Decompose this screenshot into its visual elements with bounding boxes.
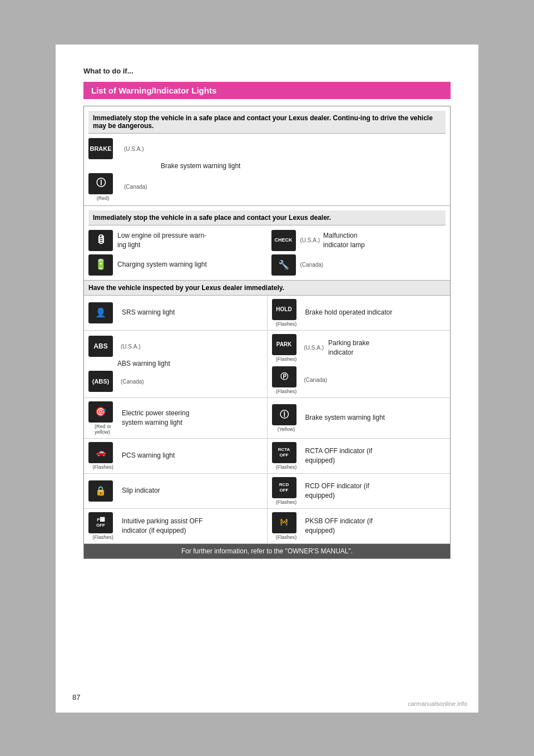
brake-icon-box: BRAKE [88, 138, 113, 159]
park-canada-row: Ⓟ (Flashes) (Canada) [272, 366, 370, 394]
park-canada-icon: Ⓟ [272, 366, 296, 387]
stop-left-items: 🛢 Low engine oil pressure warn-ing light… [88, 230, 263, 276]
pcs-icon: 🚗 [88, 442, 113, 463]
pcs-cell: 🚗 (Flashes) PCS warning light [84, 439, 268, 473]
brake-bottom-row: Ⓘ (Red) (Canada) [88, 173, 446, 201]
park-icon: PARK [272, 334, 296, 355]
steering-sub: (Red oryellow) [95, 424, 111, 435]
abs-icon-wrap: ABS [88, 336, 117, 357]
page-number: 87 [72, 693, 80, 701]
brake-yellow-icon: Ⓘ [272, 404, 296, 425]
parking-cell: P🅿OFF (Flashes) Intuitive parking assist… [84, 509, 268, 543]
park-col: PARK (Flashes) (U.S.A.) Parking brakeind… [272, 334, 370, 394]
row-srs-hold: 👤 SRS warning light HOLD (Flashes) Brake… [84, 296, 450, 331]
pksb-icon: 🚧 [272, 512, 296, 533]
hold-icon: HOLD [272, 299, 296, 320]
row-pcs-rcta: 🚗 (Flashes) PCS warning light RCTAOFF (F… [84, 439, 450, 474]
row-steering-brake: 🎯 (Red oryellow) Electric power steering… [84, 398, 450, 439]
stop-dealer-header: Immediately stop the vehicle in a safe p… [88, 111, 446, 134]
brake-yellow-sub: (Yellow) [278, 426, 295, 432]
srs-icon-wrap: 👤 [88, 302, 117, 323]
section-stop-contact: Immediately stop the vehicle in a safe p… [84, 206, 450, 281]
slip-icon-wrap: 🔒 [88, 480, 117, 502]
srs-desc: SRS warning light [122, 308, 175, 317]
brake-usa-label: (U.S.A.) [124, 146, 144, 152]
abs-usa-label: (U.S.A.) [121, 343, 141, 350]
row-abs-park: ABS (U.S.A.) ABS warning light (ABS) (Ca… [84, 331, 450, 398]
pksb-desc: PKSB OFF indicator (ifequipped) [305, 517, 373, 536]
brake-canada-symbol: Ⓘ [96, 178, 106, 189]
section-title: What to do if... [83, 67, 451, 75]
slip-icon: 🔒 [88, 480, 113, 502]
check-usa-icon: CHECK [271, 230, 296, 251]
stop-contact-right: CHECK (U.S.A.) Malfunctionindicator lamp… [269, 230, 446, 276]
stop-right-items: CHECK (U.S.A.) Malfunctionindicator lamp… [271, 230, 446, 276]
check-canada-item: 🔧 (Canada) [271, 254, 446, 276]
rcd-sub: (Flashes) [276, 499, 297, 505]
abs-col: ABS (U.S.A.) ABS warning light (ABS) (Ca… [88, 336, 170, 392]
park-usa-row: PARK (Flashes) (U.S.A.) Parking brakeind… [272, 334, 370, 362]
section-inspected: Have the vehicle inspected by your Lexus… [84, 281, 450, 558]
abs-canada-row: (ABS) (Canada) [88, 371, 170, 392]
park-canada-icon-wrap: Ⓟ (Flashes) [272, 366, 301, 394]
park-canada-label: (Canada) [304, 377, 328, 383]
oil-icon: 🛢 [88, 230, 113, 251]
oil-item: 🛢 Low engine oil pressure warn-ing light [88, 230, 263, 251]
rcd-cell: RCDOFF (Flashes) RCD OFF indicator (ifeq… [268, 474, 451, 508]
abs-desc: ABS warning light [117, 359, 170, 369]
abs-icon: ABS [88, 336, 113, 357]
rcta-icon-wrap: RCTAOFF (Flashes) [272, 442, 301, 470]
watermark: carmanualsonline.info [408, 700, 467, 707]
abs-canada-icon-wrap: (ABS) [88, 371, 117, 392]
footer-row: For further information, refer to the "O… [84, 544, 450, 558]
check-usa-label: (U.S.A.) [300, 237, 320, 243]
steering-icon-wrap: 🎯 (Red oryellow) [88, 401, 117, 435]
brake-yellow-desc: Brake system warning light [305, 413, 385, 423]
rcta-cell: RCTAOFF (Flashes) RCTA OFF indicator (if… [268, 439, 451, 473]
brake-icon-usa: BRAKE [88, 138, 117, 159]
page: What to do if... List of Warning/Indicat… [56, 45, 478, 713]
pksb-cell: 🚧 (Flashes) PKSB OFF indicator (ifequipp… [268, 509, 451, 543]
parking-icon: P🅿OFF [88, 512, 113, 533]
section-stop-dealer: Immediately stop the vehicle in a safe p… [84, 106, 450, 206]
pcs-desc: PCS warning light [122, 451, 175, 460]
stop-contact-left: 🛢 Low engine oil pressure warn-ing light… [88, 230, 269, 276]
oil-desc: Low engine oil pressure warn-ing light [117, 231, 206, 250]
check-usa-item: CHECK (U.S.A.) Malfunctionindicator lamp [271, 230, 446, 251]
park-canada-sub: (Flashes) [276, 389, 297, 394]
brake-red-label: (Red) [97, 195, 110, 201]
hold-desc: Brake hold operated indicator [305, 308, 393, 317]
stop-contact-header: Immediately stop the vehicle in a safe p… [88, 210, 446, 225]
steering-icon: 🎯 [88, 401, 113, 423]
rcd-icon: RCDOFF [272, 477, 296, 498]
brake-desc-row: Brake system warning light [161, 161, 446, 171]
pcs-icon-wrap: 🚗 (Flashes) [88, 442, 117, 470]
abs-canada-label: (Canada) [121, 379, 144, 385]
check-canada-icon: 🔧 [271, 254, 296, 276]
row-slip-rcd: 🔒 Slip indicator RCDOFF (Flashes) RCD OF… [84, 474, 450, 509]
banner: List of Warning/Indicator Lights [83, 82, 451, 99]
brake-top-row: BRAKE (U.S.A.) [88, 138, 446, 159]
rcta-sub: (Flashes) [276, 464, 297, 470]
abs-usa-row: ABS (U.S.A.) [88, 336, 170, 357]
row-parking-pksb: P🅿OFF (Flashes) Intuitive parking assist… [84, 509, 450, 544]
abs-canada-icon: (ABS) [88, 371, 113, 392]
brake-yellow-icon-wrap: Ⓘ (Yellow) [272, 404, 301, 432]
steering-desc: Electric power steeringsystem warning li… [122, 409, 189, 428]
hold-sub: (Flashes) [276, 321, 297, 327]
parking-sub: (Flashes) [92, 534, 113, 540]
battery-item: 🔋 Charging system warning light [88, 254, 263, 276]
park-sub: (Flashes) [276, 356, 297, 362]
park-cell: PARK (Flashes) (U.S.A.) Parking brakeind… [268, 331, 451, 397]
slip-desc: Slip indicator [122, 486, 160, 495]
srs-icon: 👤 [88, 302, 113, 323]
pksb-sub: (Flashes) [276, 534, 297, 540]
park-desc: Parking brakeindicator [328, 338, 369, 357]
check-canada-label: (Canada) [300, 262, 324, 268]
rcd-desc: RCD OFF indicator (ifequipped) [305, 482, 369, 500]
park-icon-wrap: PARK (Flashes) [272, 334, 301, 362]
park-usa-label: (U.S.A.) [304, 345, 324, 351]
pcs-sub: (Flashes) [92, 464, 113, 470]
stop-contact-row: 🛢 Low engine oil pressure warn-ing light… [88, 230, 446, 276]
hold-icon-wrap: HOLD (Flashes) [272, 299, 301, 327]
